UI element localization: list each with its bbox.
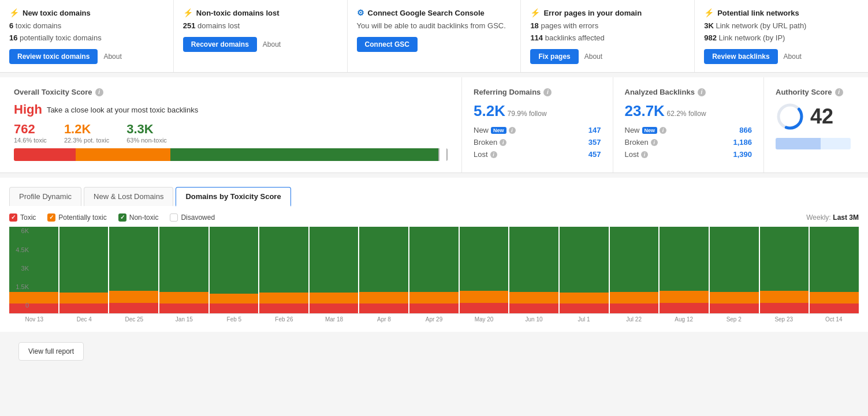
overall-toxicity: Overall Toxicity Score i High Take a clo…	[0, 77, 462, 173]
card-stat: 3K Link network (by URL path)	[704, 21, 859, 31]
bar-segment-green	[710, 227, 759, 291]
info-icon[interactable]: i	[490, 151, 497, 158]
legend-item-disavowed[interactable]: Disavowed	[170, 213, 215, 222]
about-link[interactable]: About	[263, 40, 281, 48]
info-icon[interactable]: i	[835, 88, 843, 96]
bar-segment-green	[509, 227, 558, 291]
card-connect-gsc: ⚙ Connect Google Search Console You will…	[348, 0, 521, 72]
bar-group	[259, 227, 308, 313]
card-title: ⚡ Error pages in your domain	[530, 8, 685, 17]
bar-group	[560, 227, 609, 313]
info-icon[interactable]: i	[660, 127, 666, 134]
info-icon[interactable]: i	[500, 139, 506, 146]
bar-stacked	[210, 227, 259, 313]
bar-segment-green	[310, 227, 359, 292]
info-icon[interactable]: i	[651, 139, 658, 146]
legend-checkbox-potentially-toxic[interactable]: ✓	[47, 213, 55, 222]
bar-group	[710, 227, 759, 313]
card-stat: 251 domains lost	[183, 21, 338, 31]
card-stat: 982 Link network (by IP)	[704, 33, 859, 43]
x-label: Mar 18	[309, 316, 359, 323]
legend-checkbox-disavowed[interactable]	[170, 213, 178, 222]
overall-toxicity-title: Overall Toxicity Score i	[14, 88, 448, 96]
legend-checkbox-toxic[interactable]: ✓	[9, 213, 17, 222]
legend-item-potentially-toxic[interactable]: ✓Potentially toxic	[47, 213, 106, 222]
toxic-block: 762 14.6% toxic	[14, 122, 47, 144]
metric-row: Lost i 1,390	[625, 150, 752, 159]
bar-stacked	[310, 227, 359, 313]
card-stat: 18 pages with errors	[530, 21, 685, 31]
tabs: Profile DynamicNew & Lost DomainsDomains…	[9, 187, 859, 206]
authority-score-display: 42	[776, 102, 856, 131]
card-title: ⚙ Connect Google Search Console	[357, 8, 512, 17]
bar-segment-orange	[810, 292, 859, 304]
card-action-button[interactable]: Fix pages	[530, 49, 578, 64]
card-actions: Fix pages About	[530, 49, 685, 64]
about-link[interactable]: About	[103, 53, 121, 61]
analyzed-backlinks-value: 23.7K 62.2% follow	[625, 102, 752, 120]
card-stat: 6 toxic domains	[9, 21, 164, 31]
view-full-report-button[interactable]: View full report	[18, 342, 84, 361]
legend-label-non-toxic: Non-toxic	[129, 213, 159, 222]
bar-stacked	[59, 227, 109, 313]
card-action-button[interactable]: Review backlinks	[704, 49, 777, 64]
card-actions: Review backlinks About	[704, 49, 859, 64]
bar-segment-orange	[760, 291, 809, 303]
bolt-icon: ⚡	[183, 8, 193, 17]
bar-group	[660, 227, 709, 313]
bar-stacked	[359, 227, 408, 313]
bar-chart-area: 6K4.5K3K1.5K0 Nov 13Dec 4Dec 25Jan 15Feb…	[9, 227, 859, 323]
card-action-button[interactable]: Connect GSC	[357, 37, 418, 52]
metric-row: New New i 866	[625, 126, 752, 134]
metric-row-value: 866	[739, 126, 752, 134]
x-label: Sep 23	[759, 316, 809, 323]
cards-row: ⚡ New toxic domains 6 toxic domains16 po…	[0, 0, 868, 73]
bar-segment-orange	[710, 292, 759, 303]
tab-new-lost-domains[interactable]: New & Lost Domains	[84, 187, 173, 206]
tab-domains-toxicity[interactable]: Domains by Toxicity Score	[176, 187, 290, 207]
card-non-toxic-lost: ⚡ Non-toxic domains lost 251 domains los…	[174, 0, 348, 72]
info-icon[interactable]: i	[698, 88, 706, 96]
bar-stacked	[610, 227, 659, 313]
chart-section: ✓Toxic✓Potentially toxic✓Non-toxicDisavo…	[0, 206, 868, 332]
about-link[interactable]: About	[584, 53, 602, 61]
high-row: High Take a close look at your most toxi…	[14, 102, 448, 117]
metric-row-value: 147	[588, 126, 601, 134]
bar-segment-red	[460, 303, 509, 313]
metric-row-label: Lost i	[625, 150, 649, 159]
toxic-number: 762	[14, 122, 47, 137]
legend-item-toxic[interactable]: ✓Toxic	[9, 213, 36, 222]
card-link-networks: ⚡ Potential link networks 3K Link networ…	[695, 0, 868, 72]
bar-stacked	[259, 227, 308, 313]
bar-segment-orange	[509, 292, 558, 304]
tab-section: Profile DynamicNew & Lost DomainsDomains…	[0, 178, 868, 206]
toxicity-level: High	[14, 102, 42, 117]
info-icon[interactable]: i	[543, 88, 552, 96]
info-icon[interactable]: i	[641, 151, 648, 158]
weekly-period-label: Weekly: Last 3M	[806, 213, 859, 222]
tab-profile-dynamic[interactable]: Profile Dynamic	[9, 187, 81, 206]
bar-segment-green	[259, 227, 308, 292]
bar-segment-red	[760, 303, 809, 313]
x-label: Nov 13	[9, 316, 59, 323]
bar-segment-orange	[210, 294, 259, 304]
toxicity-numbers: 762 14.6% toxic 1.2K 22.3% pot. toxic 3.…	[14, 122, 448, 144]
card-title: ⚡ Non-toxic domains lost	[183, 8, 338, 17]
card-action-button[interactable]: Recover domains	[183, 37, 257, 52]
bar-segment-orange	[159, 292, 208, 303]
bar-group	[409, 227, 459, 313]
about-link[interactable]: About	[784, 53, 802, 61]
x-label: Jun 10	[509, 316, 559, 323]
legend-item-non-toxic[interactable]: ✓Non-toxic	[118, 213, 159, 222]
bar-segment-orange	[409, 292, 459, 303]
info-icon[interactable]: i	[95, 88, 103, 96]
bar-group	[610, 227, 659, 313]
legend-checkbox-non-toxic[interactable]: ✓	[118, 213, 126, 222]
metric-row: New New i 147	[474, 126, 601, 134]
info-icon[interactable]: i	[509, 127, 516, 134]
bar-segment-green	[560, 227, 609, 292]
card-action-button[interactable]: Review toxic domains	[9, 49, 98, 64]
footer: View full report	[0, 332, 868, 370]
y-label: 1.5K	[16, 283, 29, 290]
card-title-text: Connect Google Search Console	[368, 9, 485, 17]
